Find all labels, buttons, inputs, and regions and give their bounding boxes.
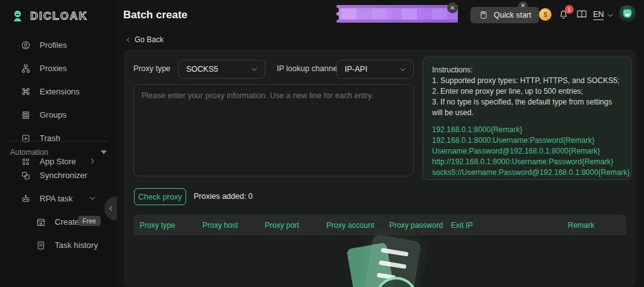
instructions-line: 3. If no type is specified, the default … (432, 97, 622, 118)
empty-state-illustration (340, 238, 434, 287)
sidebar-automation-nav: Synchronizer RPA task Create RPA Free (0, 164, 117, 257)
sidebar-item-profiles[interactable]: Profiles (0, 33, 117, 57)
ip-lookup-select[interactable]: IP-API (336, 60, 414, 79)
sidebar-item-proxies[interactable]: Proxies (0, 57, 117, 80)
synchronizer-icon (20, 170, 31, 181)
banner-mosaic (402, 8, 417, 20)
extensions-icon: ⌘ (20, 86, 31, 98)
proxy-table-header: Proxy type Proxy host Proxy port Proxy a… (133, 215, 626, 235)
column-header-exit-ip: Exit IP (451, 221, 473, 230)
empty-card-line (379, 261, 407, 269)
language-code: EN (593, 10, 604, 20)
proxy-format-examples: 192.168.0.1:8000{Remark} 192.168.0.1:800… (432, 125, 622, 178)
example-line: socks5://Username:Password@192.168.0.1:8… (432, 167, 622, 178)
chevron-left-icon (125, 37, 131, 43)
column-header-proxy-type: Proxy type (140, 221, 175, 230)
groups-icon (20, 110, 31, 121)
sidebar-item-create-rpa[interactable]: Create RPA Free (0, 210, 117, 234)
close-icon: ✕ (450, 5, 455, 11)
banner-mosaic (372, 8, 387, 20)
app-window: DICLOAK Profiles Proxies ⌘ Extensions (0, 0, 644, 287)
chevron-down-icon (88, 194, 97, 203)
column-header-remark: Remark (568, 221, 594, 230)
profiles-icon (20, 40, 31, 51)
sidebar-item-label: Profiles (40, 40, 67, 50)
banner-mosaic (341, 8, 357, 20)
triangle-down-icon (101, 150, 107, 154)
automation-section-toggle[interactable]: Automation (10, 146, 107, 159)
proxy-input-textarea[interactable] (133, 84, 414, 176)
banner-close-button[interactable]: ✕ (447, 3, 458, 13)
quick-start-label: Quick start (494, 11, 531, 20)
brand-name: DICLOAK (30, 10, 87, 23)
example-line: http://192.168.0.1:8000:Username:Passwor… (432, 157, 622, 167)
docs-book-icon[interactable] (575, 9, 589, 21)
brand-logo[interactable]: DICLOAK (10, 9, 87, 24)
sidebar-item-label: Proxies (40, 64, 67, 73)
chevron-left-icon (107, 205, 114, 212)
banner-notch (336, 8, 339, 13)
instructions-line: 1. Supported proxy types: HTTP, HTTPS, a… (432, 76, 622, 86)
quick-start-close-button[interactable]: ✕ (518, 1, 528, 11)
close-icon: ✕ (521, 3, 526, 9)
sidebar-item-label: Extensions (40, 87, 80, 96)
empty-card-line (380, 248, 409, 257)
notification-badge: 1 (565, 5, 574, 14)
column-header-proxy-host: Proxy host (203, 221, 238, 230)
sidebar-item-synchronizer[interactable]: Synchronizer (0, 164, 117, 187)
document-icon (35, 240, 47, 251)
example-line: Username:Password@192.168.0.1:8000{Remar… (432, 146, 622, 157)
sidebar-item-task-history[interactable]: Task history (0, 234, 117, 257)
language-selector[interactable]: EN (593, 10, 614, 20)
instructions-line: 2. Enter one proxy per line, up to 500 e… (432, 86, 622, 97)
robot-icon (20, 193, 31, 205)
instructions-title: Instructions: (432, 65, 622, 76)
proxies-added-count: Proxies added: 0 (194, 192, 253, 201)
dicloak-logo-icon (10, 9, 25, 24)
banner-mosaic (432, 8, 447, 20)
sidebar-item-label: Task history (55, 240, 98, 250)
promo-banner[interactable] (336, 5, 458, 23)
quick-start-button[interactable]: Quick start (470, 7, 539, 23)
sidebar-item-groups[interactable]: Groups (0, 103, 117, 127)
chevron-down-icon (250, 65, 258, 74)
instructions-panel: Instructions: 1. Supported proxy types: … (423, 57, 631, 180)
example-line: 192.168.0.1:8000:Username:Password{Remar… (432, 135, 622, 146)
automation-section-label: Automation (10, 148, 48, 157)
proxies-icon (20, 63, 31, 74)
user-avatar[interactable] (619, 5, 636, 22)
page-title: Batch create (123, 9, 187, 21)
proxy-type-value: SOCKS5 (186, 65, 218, 74)
sidebar: DICLOAK Profiles Proxies ⌘ Extensions (0, 0, 117, 287)
sidebar-item-label: Synchronizer (40, 171, 87, 180)
banner-notch (336, 15, 339, 20)
sidebar-item-extensions[interactable]: ⌘ Extensions (0, 80, 117, 103)
go-back-link[interactable]: Go Back (125, 35, 164, 44)
storefront-icon (35, 217, 47, 228)
column-header-proxy-port: Proxy port (265, 221, 299, 230)
coin-icon[interactable]: $ (539, 8, 552, 21)
chevron-down-icon (606, 11, 614, 20)
sidebar-item-label: RPA task (40, 194, 73, 203)
free-badge: Free (78, 216, 101, 226)
column-header-proxy-password: Proxy password (389, 221, 443, 230)
batch-create-panel: Proxy type SOCKS5 IP lookup channel IP-A… (123, 49, 636, 287)
sidebar-item-rpa-task[interactable]: RPA task (0, 187, 117, 210)
example-line: 192.168.0.1:8000{Remark} (432, 125, 622, 135)
sidebar-divider (9, 141, 108, 142)
ip-lookup-value: IP-API (345, 65, 367, 74)
avatar-mascot-icon (623, 9, 631, 18)
proxy-type-select[interactable]: SOCKS5 (178, 60, 265, 79)
column-header-proxy-account: Proxy account (326, 221, 374, 230)
manual-book-icon (478, 9, 489, 21)
check-proxy-label: Check proxy (138, 193, 182, 201)
chevron-down-icon (399, 65, 407, 74)
check-proxy-button[interactable]: Check proxy (134, 188, 186, 205)
trash-icon (20, 133, 31, 144)
sidebar-item-label: Groups (40, 110, 67, 120)
ip-lookup-label: IP lookup channel (277, 64, 339, 73)
proxy-type-label: Proxy type (133, 64, 170, 73)
go-back-label: Go Back (135, 35, 164, 44)
